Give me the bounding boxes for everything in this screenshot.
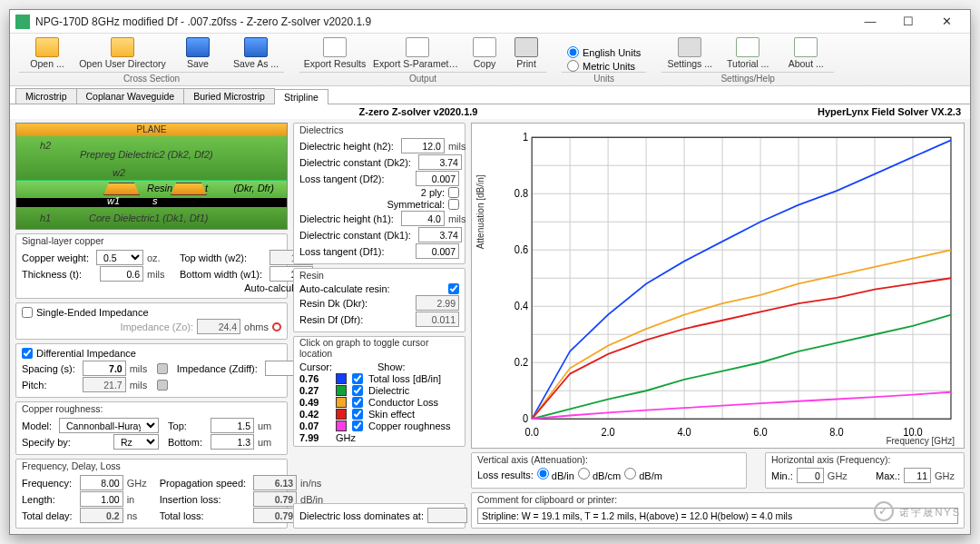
svg-text:6.0: 6.0	[753, 425, 768, 439]
lock-spacing-icon[interactable]	[157, 363, 168, 374]
svg-text:0: 0	[523, 411, 528, 425]
copy-button[interactable]: Copy	[465, 35, 505, 72]
save-as-icon	[244, 37, 268, 57]
dom-freq-output	[427, 508, 467, 523]
dielectric-dominates-panel: Dielectric loss dominates at:GHz	[293, 503, 466, 529]
tab-cpw[interactable]: Coplanar Waveguide	[76, 88, 185, 104]
copper-weight-select[interactable]: 0.5	[96, 250, 143, 265]
copper-roughness-panel: Copper roughness: Model:Cannonball-Huray…	[15, 401, 288, 455]
units-group: English Units Metric Units	[562, 45, 646, 72]
h1-input[interactable]	[401, 211, 445, 226]
insertion-loss-output	[253, 491, 297, 507]
cross-section-tabs: Microstrip Coplanar Waveguide Buried Mic…	[10, 86, 970, 104]
resin-panel: Resin Auto-calculate resin: Resin Dk (Dk…	[293, 268, 466, 332]
show-skin-checkbox[interactable]	[352, 409, 363, 420]
print-icon	[514, 37, 538, 57]
diagram-resin: Resin t (Dkr, Dfr)	[16, 180, 287, 198]
settings-button[interactable]: Settings ...	[662, 35, 718, 72]
trace-left-icon	[103, 183, 140, 195]
diff-checkbox[interactable]	[22, 348, 33, 359]
app-window: NPG-170D 8GHz modified Df - .007.z0fss -…	[9, 9, 971, 535]
comment-panel: Comment for clipboard or printer:	[471, 492, 965, 529]
zo-input	[197, 319, 240, 334]
toolbar: Open ... Open User Directory Save Save A…	[10, 34, 970, 86]
roughness-spec-select[interactable]: Rz	[113, 434, 159, 450]
tutorial-button[interactable]: Tutorial ...	[720, 35, 776, 72]
minimize-button[interactable]: —	[852, 13, 888, 31]
comment-input[interactable]	[477, 508, 958, 524]
units-metric-radio[interactable]: Metric Units	[567, 60, 641, 72]
open-button[interactable]: Open ...	[19, 35, 75, 72]
export-results-button[interactable]: Export Results	[299, 35, 370, 72]
h2-input[interactable]	[401, 138, 445, 153]
thickness-input[interactable]	[100, 266, 143, 282]
svg-text:0.0: 0.0	[524, 425, 539, 439]
svg-text:2.0: 2.0	[601, 425, 615, 439]
y-axis-label: Attenuation [dB/in]	[475, 174, 485, 249]
roughness-top-input[interactable]	[211, 418, 254, 433]
cursor-legend-panel: Click on graph to toggle cursor location…	[293, 336, 466, 447]
graduation-icon	[736, 37, 760, 57]
lock-pitch-icon[interactable]	[157, 380, 168, 391]
svg-text:0.8: 0.8	[514, 186, 529, 200]
print-button[interactable]: Print	[506, 35, 546, 72]
save-button[interactable]: Save	[170, 35, 226, 72]
svg-text:0.2: 0.2	[514, 355, 529, 369]
swatch-skin	[336, 409, 347, 420]
target-zo-icon[interactable]	[272, 322, 281, 331]
show-total-loss-checkbox[interactable]	[352, 373, 363, 384]
length-input[interactable]	[80, 491, 123, 507]
df2-input[interactable]	[416, 171, 459, 186]
swatch-conductor	[336, 397, 347, 408]
spacing-input[interactable]	[83, 361, 126, 376]
resin-df-output	[416, 312, 459, 327]
auto-resin-checkbox[interactable]	[448, 283, 459, 294]
single-ended-panel: Single-Ended Impedance Impedance (Zo):oh…	[15, 302, 288, 340]
freq-min-input[interactable]	[797, 468, 824, 483]
horizontal-axis-panel: Horizontal axis (Frequency): Min.:GHz Ma…	[765, 452, 965, 489]
single-ended-checkbox[interactable]	[22, 307, 33, 318]
save-icon	[186, 37, 210, 57]
units-english-radio[interactable]: English Units	[567, 46, 641, 58]
show-conductor-checkbox[interactable]	[352, 397, 363, 408]
loss-dbin-radio[interactable]: dB/in	[537, 468, 574, 481]
open-user-dir-button[interactable]: Open User Directory	[77, 35, 168, 72]
roughness-model-select[interactable]: Cannonball-Huray	[59, 418, 159, 433]
roughness-bottom-input[interactable]	[211, 434, 254, 450]
dk1-input[interactable]	[418, 227, 462, 242]
dk2-input[interactable]	[418, 154, 462, 170]
export-s-icon	[406, 37, 429, 57]
frequency-input[interactable]	[80, 475, 123, 490]
df1-input[interactable]	[416, 243, 459, 259]
pitch-input	[83, 377, 126, 392]
prop-speed-output	[253, 475, 297, 490]
differential-panel: Differential Impedance Spacing (s):mils …	[15, 343, 288, 398]
svg-text:0.4: 0.4	[514, 299, 529, 312]
export-sparams-button[interactable]: Export S-Parameters	[372, 35, 463, 72]
freq-delay-loss-panel: Frequency, Delay, Loss Frequency:GHz Len…	[15, 459, 288, 529]
group-units: Units	[562, 72, 646, 85]
show-dielectric-checkbox[interactable]	[352, 385, 363, 396]
subheader: Z-zero Z-solver v2020.1.9 HyperLynx Fiel…	[10, 104, 970, 119]
window-title: NPG-170D 8GHz modified Df - .007.z0fss -…	[35, 15, 852, 28]
tab-buried-microstrip[interactable]: Buried Microstrip	[183, 88, 275, 104]
about-button[interactable]: About ...	[778, 35, 834, 72]
diagram-top-plane: PLANE	[16, 124, 287, 136]
tab-stripline[interactable]: Stripline	[274, 89, 328, 104]
loss-dbcm-radio[interactable]: dB/cm	[578, 468, 621, 481]
swatch-roughness	[336, 420, 347, 431]
freq-max-input[interactable]	[904, 468, 931, 483]
save-as-button[interactable]: Save As ...	[228, 35, 284, 72]
close-button[interactable]: ✕	[928, 13, 965, 31]
stackup-diagram: PLANE h2 Prepreg Dielectric2 (Dk2, Df2) …	[15, 123, 288, 230]
loss-dbm-radio[interactable]: dB/m	[624, 468, 662, 481]
two-ply-checkbox[interactable]	[448, 187, 459, 198]
export-icon	[323, 37, 347, 57]
maximize-button[interactable]: ☐	[890, 13, 926, 31]
show-roughness-checkbox[interactable]	[352, 420, 363, 431]
attenuation-chart[interactable]: Attenuation [dB/in] 0.02.04.06.08.010.00…	[471, 123, 965, 449]
symmetrical-checkbox[interactable]	[448, 199, 459, 210]
tab-microstrip[interactable]: Microstrip	[15, 88, 77, 104]
svg-text:0.6: 0.6	[514, 242, 529, 256]
diagram-prepreg: h2 Prepreg Dielectric2 (Dk2, Df2) w2	[16, 136, 287, 180]
